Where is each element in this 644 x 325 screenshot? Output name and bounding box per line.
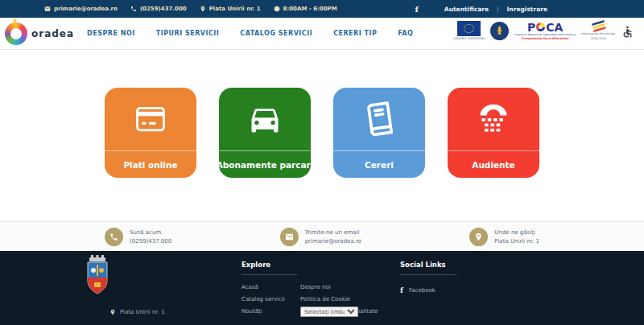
language-select[interactable]: Selectați limba bbox=[300, 306, 358, 317]
accessibility-button[interactable] bbox=[621, 25, 634, 39]
eu-flag-caption: UNIUNEA EUROPEANA bbox=[453, 37, 485, 40]
brand-home-link[interactable]: oradea bbox=[5, 23, 74, 45]
card-label: Audiente bbox=[448, 150, 539, 178]
topbar-phone: (0259)437.000 bbox=[130, 6, 187, 12]
poca-logo: P CA Programul Operational Capacitatea A… bbox=[514, 22, 576, 40]
contact-email[interactable]: Trimite-ne un email primarie@oradea.ro bbox=[280, 228, 361, 246]
card-label: Abonamente parcari bbox=[219, 150, 311, 178]
contact-location[interactable]: Unde ne găsiți Piata Unirii nr. 1 bbox=[469, 228, 539, 246]
page: primarie@oradea.ro (0259)437.000 Piata U… bbox=[0, 0, 644, 325]
poca-wordmark: P CA bbox=[527, 22, 563, 33]
contact-value: primarie@oradea.ro bbox=[305, 237, 361, 245]
nav-item-catalog-servicii[interactable]: CATALOG SERVICII bbox=[240, 30, 312, 37]
poca-letters-ca: CA bbox=[546, 22, 563, 33]
structural-instruments-logo: Instrumente Structurale 2014-2020 bbox=[581, 21, 615, 39]
topbar: primarie@oradea.ro (0259)437.000 Piata U… bbox=[0, 0, 644, 18]
phone-icon bbox=[130, 6, 137, 12]
main-content: Plati online Abonamente parcari C bbox=[0, 50, 644, 221]
explore-column-1: Acasă Catalog servicii Noutăți bbox=[242, 282, 285, 318]
location-pin-icon bbox=[109, 309, 116, 315]
romanian-government-logo bbox=[490, 22, 509, 40]
brand-name: oradea bbox=[31, 28, 74, 39]
contact-text: Trimite-ne un email primarie@oradea.ro bbox=[305, 228, 361, 245]
footer-address: Piata Unirii nr. 1 bbox=[109, 309, 165, 315]
nav-item-despre-noi[interactable]: DESPRE NOI bbox=[87, 30, 135, 37]
topbar-address-text: Piata Unirii nr. 1 bbox=[209, 6, 261, 12]
book-icon bbox=[333, 88, 425, 150]
card-plati-online[interactable]: Plati online bbox=[105, 88, 196, 178]
oradea-logo-icon bbox=[5, 23, 27, 45]
car-icon bbox=[219, 88, 311, 150]
nav-item-cereri-tip[interactable]: CERERI TIP bbox=[333, 30, 377, 37]
contact-call[interactable]: Sună acum (0259)437.000 bbox=[105, 228, 171, 246]
envelope-icon bbox=[44, 6, 51, 12]
card-label: Plati online bbox=[105, 150, 196, 178]
location-pin-icon bbox=[200, 6, 206, 12]
topbar-phone-text: (0259)437.000 bbox=[140, 6, 187, 12]
wheelchair-icon bbox=[621, 25, 634, 39]
footer-link-politica-cookie[interactable]: Politica de Cookie bbox=[300, 294, 378, 306]
footer-link-catalog-servicii[interactable]: Catalog servicii bbox=[242, 294, 285, 306]
facebook-link[interactable]: f Facebook bbox=[400, 286, 456, 294]
contact-title: Trimite-ne un email bbox=[305, 228, 361, 237]
oradea-city-crest bbox=[84, 255, 111, 300]
topbar-address: Piata Unirii nr. 1 bbox=[200, 6, 261, 12]
topbar-auth-group: f Autentificare | Inregistrare bbox=[415, 5, 547, 14]
card-label: Cereri bbox=[333, 150, 425, 178]
facebook-icon[interactable]: f bbox=[415, 5, 419, 14]
structural-swoosh-icon bbox=[591, 21, 605, 31]
footer-social-section: Social Links f Facebook bbox=[400, 261, 456, 294]
structural-caption-2: 2014-2020 bbox=[590, 37, 605, 40]
poca-caption-2: Competența face diferența! bbox=[521, 37, 568, 40]
credit-card-icon bbox=[105, 88, 196, 150]
footer-link-despre-noi[interactable]: Despre noi bbox=[300, 282, 378, 294]
social-title: Social Links bbox=[400, 261, 456, 275]
facebook-label: Facebook bbox=[409, 287, 436, 294]
topbar-hours-text: 8:00AM - 6:00PM bbox=[283, 6, 337, 12]
envelope-icon bbox=[280, 228, 299, 246]
auth-separator: | bbox=[497, 6, 499, 13]
contact-text: Unde ne găsiți Piata Unirii nr. 1 bbox=[494, 228, 539, 245]
structural-caption-1: Instrumente Structurale bbox=[581, 32, 615, 35]
topbar-email: primarie@oradea.ro bbox=[44, 6, 118, 12]
topbar-hours: 8:00AM - 6:00PM bbox=[274, 6, 337, 12]
explore-title: Explore bbox=[242, 261, 298, 275]
partner-logos: UNIUNEA EUROPEANA P CA Programul Operati… bbox=[453, 21, 634, 40]
telephone-icon bbox=[448, 88, 539, 150]
location-pin-icon bbox=[469, 228, 488, 246]
phone-icon bbox=[105, 228, 123, 246]
register-link[interactable]: Inregistrare bbox=[507, 6, 547, 13]
login-link[interactable]: Autentificare bbox=[444, 6, 489, 13]
contact-value: (0259)437.000 bbox=[130, 237, 171, 245]
topbar-email-text: primarie@oradea.ro bbox=[54, 6, 118, 12]
contact-strip: Sună acum (0259)437.000 Trimite-ne un em… bbox=[0, 221, 644, 251]
footer-explore-section: Explore Acasă Catalog servicii Noutăți D… bbox=[242, 261, 298, 282]
contact-text: Sună acum (0259)437.000 bbox=[130, 228, 171, 245]
eu-flag-icon bbox=[457, 21, 481, 36]
footer-link-acasa[interactable]: Acasă bbox=[242, 282, 285, 294]
poca-o-icon bbox=[536, 23, 545, 31]
navbar: oradea DESPRE NOI TIPURI SERVICII CATALO… bbox=[0, 18, 644, 50]
contact-title: Sună acum bbox=[130, 228, 171, 237]
nav-item-tipuri-servicii[interactable]: TIPURI SERVICII bbox=[156, 30, 220, 37]
contact-value: Piata Unirii nr. 1 bbox=[494, 237, 539, 245]
clock-icon bbox=[274, 6, 280, 12]
footer-link-noutati[interactable]: Noutăți bbox=[242, 306, 285, 318]
topbar-contact-group: primarie@oradea.ro (0259)437.000 Piata U… bbox=[44, 6, 337, 12]
main-nav: DESPRE NOI TIPURI SERVICII CATALOG SERVI… bbox=[87, 30, 413, 37]
coat-of-arms-icon bbox=[495, 26, 504, 36]
card-abonamente-parcari[interactable]: Abonamente parcari bbox=[219, 88, 311, 178]
footer: Piata Unirii nr. 1 Explore Acasă Catalog… bbox=[0, 251, 644, 325]
facebook-icon: f bbox=[400, 286, 403, 294]
contact-title: Unde ne găsiți bbox=[494, 228, 539, 237]
footer-address-text: Piata Unirii nr. 1 bbox=[120, 309, 165, 315]
service-cards: Plati online Abonamente parcari C bbox=[0, 50, 644, 178]
card-audiente[interactable]: Audiente bbox=[448, 88, 539, 178]
poca-letter-p: P bbox=[527, 22, 535, 33]
card-cereri[interactable]: Cereri bbox=[333, 88, 425, 178]
eu-flag-logo: UNIUNEA EUROPEANA bbox=[453, 21, 485, 40]
nav-item-faq[interactable]: FAQ bbox=[398, 30, 413, 37]
